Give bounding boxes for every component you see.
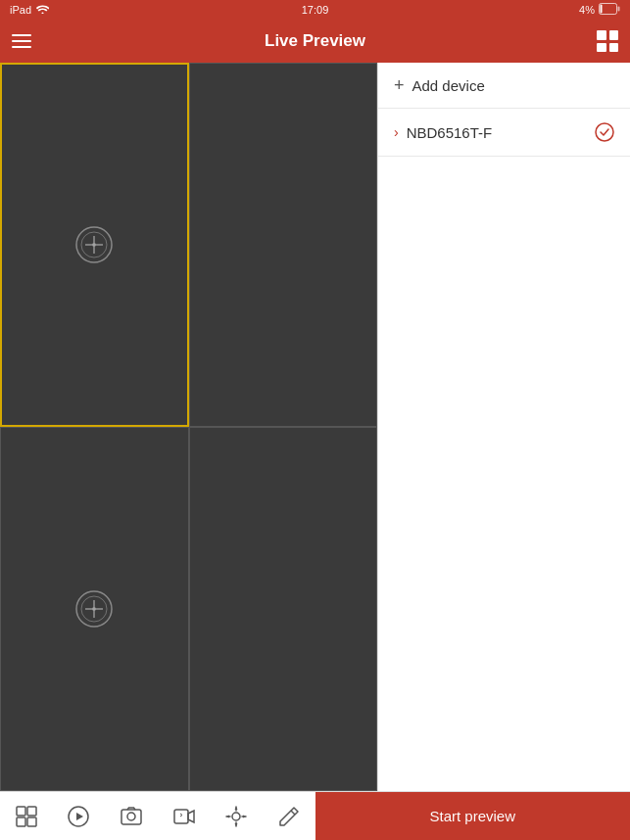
svg-rect-15: [27, 807, 36, 816]
svg-marker-23: [188, 811, 194, 822]
camera-cell-2[interactable]: [189, 63, 378, 427]
status-bar-right: 4%: [579, 3, 620, 17]
start-preview-button[interactable]: Start preview: [315, 792, 631, 840]
menu-button[interactable]: [12, 34, 31, 48]
svg-point-13: [596, 123, 613, 141]
device-row[interactable]: › NBD6516T-F: [378, 109, 630, 157]
hamburger-line: [12, 34, 31, 36]
status-bar-left: iPad: [10, 4, 49, 16]
toolbar-ptz-button[interactable]: [210, 792, 263, 840]
grid-cell: [609, 30, 619, 40]
toolbar-items: [0, 792, 315, 840]
svg-point-24: [232, 813, 240, 820]
toolbar-settings-button[interactable]: [263, 792, 315, 840]
add-device-button[interactable]: + Add device: [378, 63, 630, 109]
svg-point-7: [92, 243, 96, 247]
svg-point-12: [92, 607, 96, 611]
device-row-left: › NBD6516T-F: [394, 124, 492, 141]
toolbar-record-button[interactable]: [158, 792, 211, 840]
page-title: Live Preview: [265, 31, 365, 51]
camera-cell-3[interactable]: [0, 427, 189, 791]
grid-cell: [609, 43, 619, 53]
grid-cell: [597, 43, 606, 53]
hamburger-line: [12, 40, 31, 42]
right-panel: + Add device › NBD6516T-F: [377, 63, 630, 791]
svg-marker-25: [235, 807, 238, 810]
chevron-right-icon: ›: [394, 124, 399, 140]
layout-toggle-button[interactable]: [597, 30, 618, 52]
wifi-icon: [36, 4, 49, 16]
camera-cell-1[interactable]: [0, 63, 189, 427]
device-status-icon: [595, 122, 614, 142]
toolbar-snapshot-button[interactable]: [105, 792, 158, 840]
device-label: iPad: [10, 4, 31, 16]
svg-rect-14: [17, 807, 25, 816]
toolbar-layout-button[interactable]: [0, 792, 53, 840]
svg-rect-22: [174, 810, 188, 823]
svg-rect-16: [17, 817, 25, 826]
plus-icon: +: [394, 76, 405, 94]
status-bar: iPad 17:09 4%: [0, 0, 630, 20]
svg-point-21: [127, 813, 135, 820]
svg-rect-1: [601, 5, 603, 14]
add-device-label: Add device: [412, 77, 485, 94]
add-camera-icon: [73, 587, 116, 630]
svg-rect-2: [618, 7, 620, 12]
battery-icon: [599, 3, 620, 17]
hamburger-line: [12, 46, 31, 48]
add-camera-icon: [73, 223, 116, 266]
device-name: NBD6516T-F: [407, 124, 493, 141]
app-header: Live Preview: [0, 20, 630, 63]
toolbar-play-button[interactable]: [53, 792, 106, 840]
svg-marker-28: [243, 815, 246, 817]
battery-percent: 4%: [579, 4, 595, 16]
main-content: + Add device › NBD6516T-F: [0, 63, 630, 791]
camera-grid: [0, 63, 377, 791]
status-bar-time: 17:09: [302, 4, 329, 16]
svg-marker-19: [76, 813, 83, 820]
bottom-toolbar: Start preview: [0, 791, 630, 840]
camera-cell-4[interactable]: [189, 427, 378, 791]
svg-marker-26: [235, 823, 238, 826]
grid-cell: [597, 30, 606, 40]
svg-marker-27: [226, 815, 229, 817]
svg-rect-17: [27, 817, 36, 826]
